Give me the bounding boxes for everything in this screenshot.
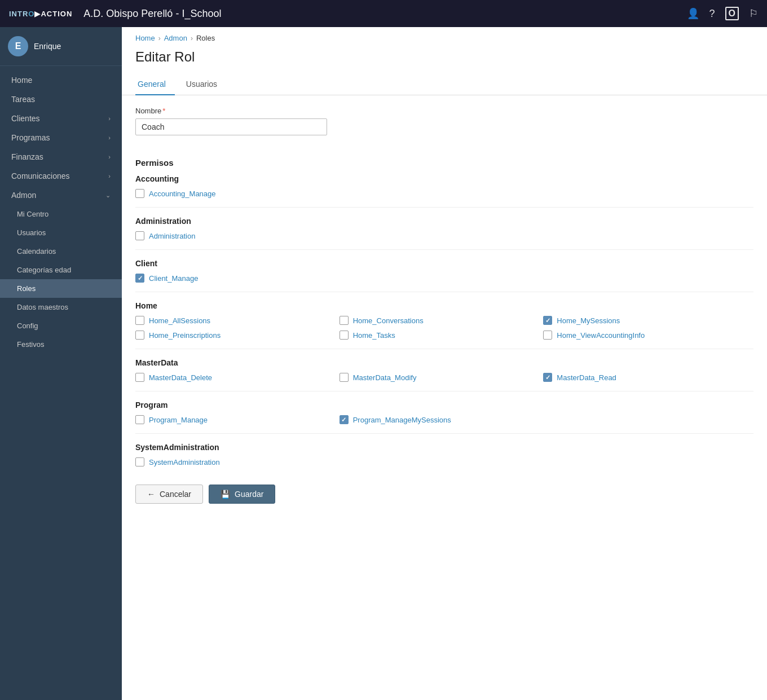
label-masterdata-modify[interactable]: MasterData_Modify [353, 373, 417, 382]
perm-items-client: Client_Manage [135, 274, 753, 283]
perm-items-accounting: Accounting_Manage [135, 189, 753, 198]
label-home-allsessions[interactable]: Home_AllSessions [149, 316, 210, 325]
sidebar-item-comunicaciones[interactable]: Comunicaciones › [0, 166, 122, 186]
app-title: A.D. Obispo Perelló - I_School [83, 8, 686, 20]
cancel-button[interactable]: ← Cancelar [135, 485, 203, 504]
perm-group-accounting-title: Accounting [135, 174, 753, 183]
chevron-down-icon: › [108, 134, 111, 141]
divider-5 [135, 391, 753, 391]
tab-usuarios[interactable]: Usuarios [184, 74, 226, 95]
checkbox-masterdata-modify[interactable] [340, 373, 349, 382]
perm-item-masterdata-read: MasterData_Read [543, 373, 747, 382]
perm-item-systemadministration: SystemAdministration [135, 457, 340, 466]
checkbox-home-viewaccountinginfo[interactable] [543, 331, 552, 340]
sidebar-item-festivos[interactable]: Festivos [0, 335, 122, 354]
avatar: E [8, 36, 28, 56]
topbar: INTRO▶ACTION A.D. Obispo Perelló - I_Sch… [0, 0, 767, 27]
label-client-manage[interactable]: Client_Manage [149, 274, 198, 283]
tab-general[interactable]: General [135, 74, 175, 95]
breadcrumb-admon[interactable]: Admon [164, 34, 187, 42]
topbar-icons: 👤 ? O ⚐ [687, 7, 758, 20]
label-home-preinscriptions[interactable]: Home_Preinscriptions [149, 331, 221, 340]
chevron-down-icon: › [108, 115, 111, 122]
save-button[interactable]: 💾 Guardar [209, 485, 275, 504]
checkbox-masterdata-delete[interactable] [135, 373, 144, 382]
checkbox-home-conversations[interactable] [340, 316, 349, 325]
checkbox-program-manage[interactable] [135, 415, 144, 424]
breadcrumb-current: Roles [196, 34, 215, 42]
perm-item-masterdata-delete: MasterData_Delete [135, 373, 340, 382]
checkbox-home-allsessions[interactable] [135, 316, 144, 325]
person-icon[interactable]: 👤 [687, 7, 699, 20]
sidebar-item-config[interactable]: Config [0, 316, 122, 335]
form-section: Nombre* [122, 107, 767, 147]
checkbox-home-preinscriptions[interactable] [135, 331, 144, 340]
label-home-mysessions[interactable]: Home_MySessions [557, 316, 620, 325]
sidebar-item-datos-maestros[interactable]: Datos maestros [0, 298, 122, 316]
checkbox-accounting-manage[interactable] [135, 189, 144, 198]
perm-items-systemadmin: SystemAdministration [135, 457, 753, 466]
checkbox-client-manage[interactable] [135, 274, 144, 283]
perm-group-client-title: Client [135, 259, 753, 268]
sidebar-item-usuarios[interactable]: Usuarios [0, 223, 122, 242]
label-home-conversations[interactable]: Home_Conversations [353, 316, 424, 325]
sidebar-item-roles[interactable]: Roles [0, 279, 122, 298]
divider-6 [135, 433, 753, 434]
label-program-managemysessions[interactable]: Program_ManageMySessions [353, 416, 451, 424]
flag-icon[interactable]: ⚐ [749, 7, 758, 20]
breadcrumb-sep-1: › [158, 34, 161, 42]
perm-group-client: Client Client_Manage [122, 259, 767, 292]
checkbox-home-mysessions[interactable] [543, 316, 552, 325]
label-masterdata-read[interactable]: MasterData_Read [557, 373, 616, 382]
breadcrumb-sep-2: › [191, 34, 193, 42]
nombre-input[interactable] [135, 118, 327, 135]
sidebar-item-tareas[interactable]: Tareas [0, 90, 122, 109]
sidebar-item-mi-centro[interactable]: Mi Centro [0, 205, 122, 223]
breadcrumb-home[interactable]: Home [135, 34, 155, 42]
perm-group-masterdata-title: MasterData [135, 358, 753, 367]
checkbox-program-managemysessions[interactable] [340, 415, 349, 424]
checkbox-systemadministration[interactable] [135, 457, 144, 466]
sidebar: E Enrique Home Tareas Clientes › Program… [0, 27, 122, 700]
label-program-manage[interactable]: Program_Manage [149, 416, 208, 424]
perm-group-administration: Administration Administration [122, 217, 767, 249]
checkbox-masterdata-read[interactable] [543, 373, 552, 382]
perm-item-client-manage: Client_Manage [135, 274, 340, 283]
perm-item-masterdata-modify: MasterData_Modify [340, 373, 544, 382]
sidebar-item-calendarios[interactable]: Calendarios [0, 242, 122, 261]
perm-item-home-preinscriptions: Home_Preinscriptions [135, 331, 340, 340]
perm-item-home-tasks: Home_Tasks [340, 331, 544, 340]
sidebar-item-programas[interactable]: Programas › [0, 128, 122, 147]
checkbox-home-tasks[interactable] [340, 331, 349, 340]
perm-item-accounting-manage: Accounting_Manage [135, 189, 340, 198]
perm-items-masterdata: MasterData_Delete MasterData_Modify Mast… [135, 373, 753, 382]
checkbox-administration[interactable] [135, 231, 144, 240]
help-icon[interactable]: ? [709, 8, 715, 20]
label-administration[interactable]: Administration [149, 232, 195, 240]
save-icon: 💾 [221, 490, 230, 499]
perm-group-masterdata: MasterData MasterData_Delete MasterData_… [122, 358, 767, 391]
perm-item-program-manage: Program_Manage [135, 415, 340, 424]
label-home-viewaccountinginfo[interactable]: Home_ViewAccountingInfo [557, 331, 645, 340]
sidebar-item-finanzas[interactable]: Finanzas › [0, 147, 122, 166]
sidebar-item-admon[interactable]: Admon ⌄ [0, 186, 122, 205]
tabs: General Usuarios [122, 74, 767, 95]
perm-item-program-managemysessions: Program_ManageMySessions [340, 415, 544, 424]
chevron-down-icon: › [108, 153, 111, 160]
sidebar-item-home[interactable]: Home [0, 71, 122, 90]
sidebar-item-clientes[interactable]: Clientes › [0, 109, 122, 128]
label-masterdata-delete[interactable]: MasterData_Delete [149, 373, 212, 382]
outlook-icon[interactable]: O [725, 7, 739, 20]
label-systemadministration[interactable]: SystemAdministration [149, 458, 220, 466]
form-buttons: ← Cancelar 💾 Guardar [122, 476, 767, 517]
label-accounting-manage[interactable]: Accounting_Manage [149, 190, 216, 198]
label-home-tasks[interactable]: Home_Tasks [353, 331, 395, 340]
logo-action: ▶ACTION [34, 10, 72, 18]
main-content: Home › Admon › Roles Editar Rol General … [122, 27, 767, 700]
perm-item-home-allsessions: Home_AllSessions [135, 316, 340, 325]
perm-item-home-viewaccountinginfo: Home_ViewAccountingInfo [543, 331, 747, 340]
sidebar-nav: Home Tareas Clientes › Programas › Finan… [0, 66, 122, 358]
perm-group-accounting: Accounting Accounting_Manage [122, 174, 767, 207]
sidebar-item-categorias-edad[interactable]: Categorías edad [0, 261, 122, 279]
perm-items-program: Program_Manage Program_ManageMySessions [135, 415, 753, 424]
